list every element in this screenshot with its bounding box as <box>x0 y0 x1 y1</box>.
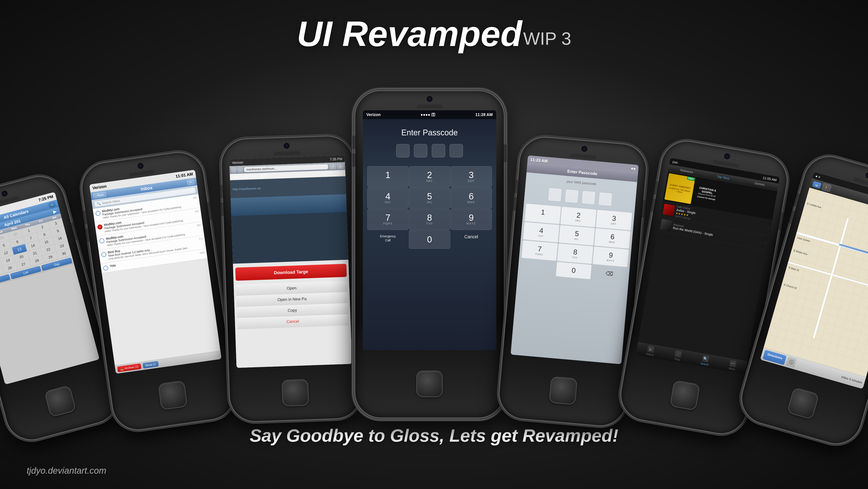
page-header: UI Revamped WIP 3 <box>0 0 868 54</box>
passcode-title: Enter Passcode <box>363 119 496 144</box>
volume-down-button-3[interactable] <box>221 202 224 216</box>
home-area-6 <box>666 362 704 428</box>
album-sunny[interactable]: FREE SUNNY SWEENEY ALBUM OF THE WEEK + M… <box>664 173 695 204</box>
videos-label: Videos <box>646 352 654 357</box>
browser-refresh-button[interactable]: ↺ <box>330 164 336 169</box>
move-label: Move (1 <box>145 362 156 367</box>
volume-down-button-6[interactable] <box>651 198 655 212</box>
today-button[interactable]: Today <box>0 274 10 288</box>
volume-down-button-5[interactable] <box>513 197 517 211</box>
key2-2[interactable]: 2ABC <box>560 206 597 228</box>
home-button-2[interactable] <box>158 380 188 410</box>
volume-down-button-7[interactable] <box>788 210 795 224</box>
volume-up-button-5[interactable] <box>515 180 518 193</box>
time-item-4: 7:1 <box>199 237 203 241</box>
key-2[interactable]: 2ABC <box>409 166 450 187</box>
add-event-button[interactable]: + <box>48 202 56 208</box>
mail-circle-5 <box>103 265 108 271</box>
key-7[interactable]: 7PQRS <box>367 209 408 230</box>
sleep-button[interactable] <box>71 222 78 240</box>
passcode2-dot-4 <box>598 192 613 206</box>
key-3[interactable]: 3DEF <box>451 166 492 187</box>
key-9[interactable]: 9WXYZ <box>451 209 492 230</box>
key2-4[interactable]: 4GHI <box>523 222 560 243</box>
passcode2-dot-1 <box>548 187 562 202</box>
walk-button[interactable]: 🚶 <box>822 183 832 192</box>
volume-up-button-3[interactable] <box>220 185 223 198</box>
next-month-arrow[interactable]: ▶ <box>53 209 57 215</box>
passcode2-dot-2 <box>564 189 579 203</box>
ping-label: Ping <box>674 357 680 361</box>
maps-eta-label: miles 4 minutes <box>840 372 864 387</box>
time-item-5: 12:0 <box>199 251 205 255</box>
volume-down-button-4[interactable] <box>352 153 355 167</box>
home-button-1[interactable] <box>44 385 76 417</box>
home-area-3 <box>281 365 309 420</box>
front-camera-4 <box>426 96 433 102</box>
emergency-call-button[interactable]: EmergencyCall <box>367 230 408 249</box>
key-1[interactable]: 1 <box>367 166 408 187</box>
archive-icon: 📥 <box>120 367 124 371</box>
key-5[interactable]: 5JKL <box>409 188 450 208</box>
map-info-button[interactable]: ⓘ <box>786 356 797 368</box>
key2-5[interactable]: 5JKL <box>559 225 595 246</box>
key2-0[interactable]: 0 <box>555 262 592 280</box>
map-background[interactable]: 📍 E Lindski Ave Stockton Civic Center E … <box>765 189 868 372</box>
key-4[interactable]: 4GHI <box>367 188 408 208</box>
passcode-dot-row <box>363 144 496 157</box>
browser-forward-button[interactable]: › <box>238 167 243 172</box>
home-button-7[interactable] <box>786 387 819 420</box>
time-5: 11:23 AM <box>530 157 548 163</box>
home-area-2 <box>155 364 190 426</box>
phone-mail: Verizon 11:01 AM ‹ Back Inbox ✏ 🔍 Search… <box>114 148 238 419</box>
map-label-church: E Church St <box>783 284 797 290</box>
album-christian[interactable]: CHRISTIAN & GOSPEL Albums from $9.99 Con… <box>691 178 722 209</box>
time-4: 11:28 AM <box>475 112 493 117</box>
mail-back-button[interactable]: ‹ Back <box>93 192 106 198</box>
mail-compose-button[interactable]: ✏ <box>187 179 195 185</box>
passcode-dot-2 <box>414 144 427 157</box>
volume-up-button-7[interactable] <box>794 193 800 207</box>
key2-7[interactable]: 7PQRS <box>521 240 558 261</box>
map-label-main: E Main St <box>788 266 799 272</box>
mail-circle-1 <box>95 210 101 216</box>
browser-bookmark-button[interactable]: ⊞ <box>337 164 343 169</box>
volume-up-button-6[interactable] <box>654 181 658 195</box>
maps-signal: ● ≡ <box>815 174 821 179</box>
earpiece-speaker-4 <box>416 104 443 108</box>
search-icon-itunes: 🔍 <box>702 355 709 362</box>
passcode-cancel-button[interactable]: Cancel <box>451 230 492 249</box>
home-area-7 <box>782 371 824 436</box>
phones-container: Verizon 7:25 PM Calendars All Calendars … <box>0 63 868 419</box>
passcode-screen: Verizon ●●●● ⚿ 11:28 AM Enter Passcode 1… <box>363 110 496 350</box>
sleep-button-2[interactable] <box>207 202 212 220</box>
browser-screen: Verizon 7:35 PM ‹ › macthemes.net/forum.… <box>229 155 352 368</box>
carrier-2: Verizon <box>92 184 107 191</box>
page-title: UI Revamped <box>297 13 522 54</box>
carrier-6: zon <box>672 160 678 164</box>
time-item-3: 8:5 <box>197 224 201 228</box>
home-button-6[interactable] <box>670 380 700 411</box>
download-target-button[interactable]: Download Targe <box>235 264 347 281</box>
key2-1[interactable]: 1 <box>525 203 561 225</box>
home-button-4[interactable] <box>416 370 443 397</box>
front-camera-6 <box>723 153 731 160</box>
home-button-5[interactable] <box>549 376 578 405</box>
move-button[interactable]: Move (1 <box>143 361 159 369</box>
key-0[interactable]: 0 <box>409 230 450 249</box>
search-label: Search <box>700 362 709 366</box>
mail-circle-4 <box>101 252 107 257</box>
transit-button[interactable]: 🚌 <box>812 181 822 189</box>
home-button-3[interactable] <box>281 379 309 406</box>
key2-8[interactable]: 8TUV <box>557 243 593 264</box>
time-2: 11:01 AM <box>175 172 193 179</box>
archive-button[interactable]: 📥 Archive (1) <box>117 363 142 372</box>
phone-itunes: zon 11:05 AM Releases Top Tens Genres FR… <box>616 134 745 419</box>
search-placeholder: Search Inbox <box>102 199 120 205</box>
directions-button[interactable]: Directions <box>763 350 786 365</box>
key-6[interactable]: 6MNO <box>451 188 492 208</box>
browser-tab-1[interactable]: MacThemes Forum / iOS P <box>232 173 268 180</box>
volume-up-button-4[interactable] <box>352 136 355 149</box>
key-8[interactable]: 8TUV <box>409 209 450 230</box>
browser-back-button[interactable]: ‹ <box>231 167 236 172</box>
